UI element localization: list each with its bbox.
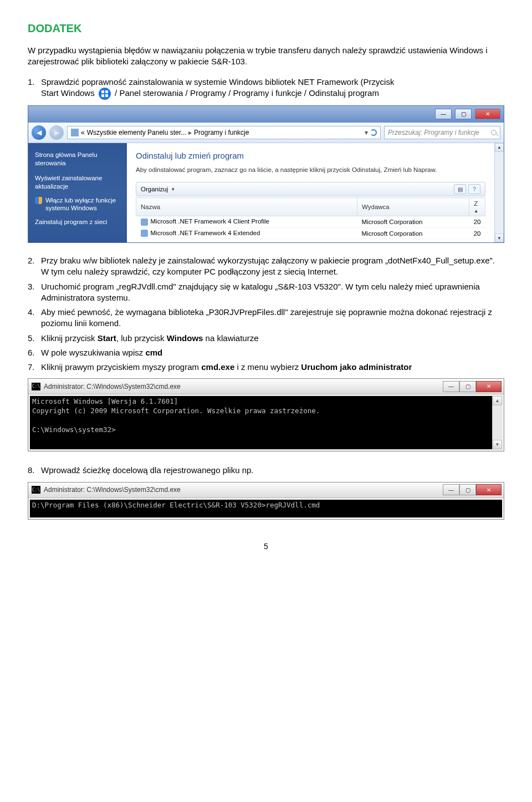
refresh-icon[interactable] <box>370 129 377 136</box>
breadcrumb-segment-1[interactable]: Wszystkie elementy Panelu ster... <box>87 129 186 136</box>
breadcrumb-dropdown-icon[interactable]: ▾ <box>365 129 368 136</box>
search-input[interactable]: Przeszukaj: Programy i funkcje <box>384 126 500 139</box>
minimize-button[interactable]: — <box>443 381 459 392</box>
table-row[interactable]: Microsoft .NET Framework 4 Extended Micr… <box>136 227 485 238</box>
main-description: Aby odinstalować program, zaznacz go na … <box>136 166 485 175</box>
sidebar-link-updates[interactable]: Wyświetl zainstalowaneaktualizacje <box>35 174 120 191</box>
step-6: 6. W pole wyszukiwania wpisz cmd <box>28 347 504 358</box>
close-button[interactable]: ✕ <box>475 109 500 119</box>
scroll-up-icon[interactable]: ▲ <box>493 396 502 405</box>
cmd-titlebar: C:\ Administrator: C:\Windows\System32\c… <box>28 379 504 394</box>
forward-button[interactable]: ▶ <box>49 125 64 140</box>
table-row[interactable]: Microsoft .NET Framework 4 Client Profil… <box>136 216 485 227</box>
scroll-down-icon[interactable]: ▼ <box>493 440 502 449</box>
cmd-window-1: C:\ Administrator: C:\Windows\System32\c… <box>28 378 504 451</box>
list-toolbar: Organizuj▼ ▤ ? <box>136 182 485 196</box>
nav-toolbar: ◀ ▶ « Wszystkie elementy Panelu ster... … <box>28 123 504 143</box>
intro-text: W przypadku wystąpienia błędów w nawiąza… <box>28 45 504 68</box>
help-button[interactable]: ? <box>468 184 480 194</box>
app-icon <box>141 219 148 226</box>
cmd-output: D:\Program Files (x86)\Schneider Electri… <box>30 500 502 517</box>
cmd-title-text: Administrator: C:\Windows\System32\cmd.e… <box>44 486 439 494</box>
minimize-button[interactable]: — <box>443 484 459 495</box>
scroll-down-icon[interactable]: ▼ <box>495 234 504 242</box>
maximize-button[interactable]: ▢ <box>459 484 476 495</box>
shield-icon <box>35 197 42 204</box>
organize-button[interactable]: Organizuj▼ <box>141 186 175 192</box>
maximize-button[interactable]: ▢ <box>459 381 476 392</box>
minimize-button[interactable]: — <box>435 109 452 119</box>
breadcrumb-segment-2[interactable]: Programy i funkcje <box>194 129 249 136</box>
view-button[interactable]: ▤ <box>454 184 466 194</box>
breadcrumb[interactable]: « Wszystkie elementy Panelu ster... ▸ Pr… <box>67 126 381 139</box>
sidebar: Strona główna Panelusterowania Wyświetl … <box>28 143 127 242</box>
page-number: 5 <box>28 542 504 551</box>
step-5: 5. Kliknij przycisk Start, lub przycisk … <box>28 333 504 344</box>
col-z[interactable]: Z ▲ <box>469 198 485 216</box>
step-3: 3.Uruchomić program „regRJVdll.cmd" znaj… <box>28 281 504 304</box>
back-button[interactable]: ◀ <box>32 125 46 140</box>
step1-text-a: Sprawdzić poprawność zainstalowania w sy… <box>41 77 394 87</box>
sidebar-link-features[interactable]: Włącz lub wyłącz funkcjesystemu Windows <box>35 196 120 213</box>
app-icon <box>141 230 148 237</box>
step-7: 7. Kliknij prawym przyciskiem myszy prog… <box>28 362 504 373</box>
scroll-up-icon[interactable]: ▲ <box>495 143 504 152</box>
main-heading: Odinstaluj lub zmień program <box>136 151 485 160</box>
cmd-icon: C:\ <box>32 486 40 494</box>
cmd-titlebar: C:\ Administrator: C:\Windows\System32\c… <box>28 483 504 498</box>
maximize-button[interactable]: ▢ <box>455 109 472 119</box>
step1-text-b: Start Windows <box>41 88 95 98</box>
cmd-icon: C:\ <box>32 383 40 390</box>
step1-text-c: / Panel sterowania / Programy / Programy… <box>115 88 379 98</box>
cmd-window-2: C:\ Administrator: C:\Windows\System32\c… <box>28 482 504 520</box>
step-1: 1. Sprawdzić poprawność zainstalowania w… <box>28 77 504 100</box>
sidebar-home-link[interactable]: Strona główna Panelusterowania <box>35 151 120 167</box>
vertical-scrollbar[interactable]: ▲ ▼ <box>492 396 502 449</box>
window-titlebar: — ▢ ✕ <box>28 106 504 123</box>
windows-logo-icon <box>99 88 111 100</box>
control-panel-icon <box>71 129 79 136</box>
dropdown-icon: ▼ <box>171 187 175 192</box>
page-title: DODATEK <box>28 22 504 35</box>
control-panel-window: — ▢ ✕ ◀ ▶ « Wszystkie elementy Panelu st… <box>28 105 504 243</box>
col-name[interactable]: Nazwa <box>136 198 357 216</box>
step-2: 2.Przy braku w/w bibliotek należy je zai… <box>28 255 504 278</box>
close-button[interactable]: ✕ <box>476 381 502 392</box>
programs-table: Nazwa Wydawca Z ▲ Microsoft .NET Framewo… <box>136 197 485 239</box>
sidebar-link-network-install[interactable]: Zainstaluj program z sieci <box>35 218 120 226</box>
chevron-right-icon: ▸ <box>188 129 192 136</box>
step-8: 8.Wprowadź ścieżkę docelową dla rejestro… <box>28 465 504 476</box>
vertical-scrollbar[interactable]: ▲ ▼ <box>494 143 504 242</box>
close-button[interactable]: ✕ <box>476 484 502 495</box>
search-placeholder: Przeszukaj: Programy i funkcje <box>388 129 479 136</box>
cmd-output: Microsoft Windows [Wersja 6.1.7601] Copy… <box>30 396 492 449</box>
step-4: 4.Aby mieć pewność, że wymagana bibliote… <box>28 307 504 329</box>
search-icon <box>491 130 497 135</box>
col-publisher[interactable]: Wydawca <box>357 198 469 216</box>
cmd-title-text: Administrator: C:\Windows\System32\cmd.e… <box>44 383 439 390</box>
breadcrumb-dbl: « <box>81 129 85 136</box>
